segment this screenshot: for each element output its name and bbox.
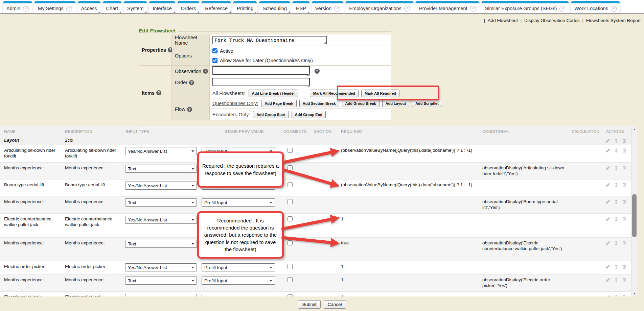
edit-pencil-icon[interactable]: [605, 199, 611, 205]
delete-trash-icon[interactable]: [622, 216, 627, 222]
move-updown-icon[interactable]: [614, 165, 619, 171]
move-updown-icon[interactable]: [614, 294, 619, 296]
comments-checkbox[interactable]: [288, 294, 293, 296]
help-icon[interactable]: ?: [156, 90, 161, 95]
delete-trash-icon[interactable]: [622, 277, 627, 283]
tab-access[interactable]: Access: [77, 1, 101, 14]
tab-provider-management[interactable]: Provider Management↗: [415, 1, 480, 14]
tab-hsp[interactable]: HSP: [292, 1, 310, 14]
scroll-down-arrow[interactable]: ▼: [631, 291, 637, 296]
help-icon[interactable]: ?: [203, 69, 208, 74]
tab-employer-organizations[interactable]: Employer Organizations↗: [345, 1, 414, 14]
comments-checkbox[interactable]: [288, 277, 293, 282]
stage-prev-value-select[interactable]: Prefill Input: [202, 277, 275, 285]
input-type-select[interactable]: Yes/No Answer List: [125, 147, 197, 155]
delete-trash-icon[interactable]: [622, 264, 627, 269]
comments-checkbox[interactable]: [288, 264, 293, 269]
resize-grip-icon[interactable]: [324, 41, 326, 44]
move-updown-icon[interactable]: [614, 148, 619, 153]
input-type-select[interactable]: Text: [125, 198, 197, 207]
stage-prev-value-select[interactable]: Prefill Input: [202, 198, 275, 207]
delete-trash-icon[interactable]: [622, 182, 627, 188]
tab-printing[interactable]: Printing: [233, 1, 257, 14]
help-icon[interactable]: ?: [187, 107, 192, 112]
tab-scheduling[interactable]: Scheduling: [259, 1, 291, 14]
move-updown-icon[interactable]: [614, 182, 619, 188]
table-scrollbar[interactable]: ▲ ▼: [631, 126, 637, 296]
move-updown-icon[interactable]: [614, 240, 619, 246]
input-type-select[interactable]: Text: [125, 277, 197, 285]
move-updown-icon[interactable]: [614, 277, 619, 283]
tab-version[interactable]: Version↗: [312, 1, 344, 14]
comments-checkbox[interactable]: [288, 182, 293, 187]
flowsheet-name-input[interactable]: [212, 36, 327, 44]
order-input[interactable]: [212, 78, 310, 86]
tab-reference[interactable]: Reference: [201, 1, 231, 14]
submit-button[interactable]: Submit: [298, 300, 320, 309]
tab-system[interactable]: System: [123, 1, 147, 14]
comments-checkbox[interactable]: [288, 216, 293, 221]
add-flowsheet-link[interactable]: Add Flowsheet: [488, 18, 518, 23]
edit-pencil-icon[interactable]: [605, 240, 611, 246]
move-updown-icon[interactable]: [614, 138, 619, 143]
input-type-select[interactable]: Yes/No Answer List: [125, 294, 197, 296]
flowsheets-system-report-link[interactable]: Flowsheets System Report: [586, 18, 641, 23]
resize-grip-icon[interactable]: [307, 85, 309, 87]
active-checkbox[interactable]: [212, 48, 217, 53]
edit-pencil-icon[interactable]: [605, 148, 611, 153]
comments-checkbox[interactable]: [288, 148, 293, 153]
edit-pencil-icon[interactable]: [605, 182, 611, 188]
input-type-select[interactable]: Yes/No Answer List: [125, 182, 197, 190]
comments-checkbox[interactable]: [288, 240, 293, 245]
mark-all-required-button[interactable]: Mark All Required: [361, 90, 399, 97]
add-section-break-button[interactable]: Add Section Break: [299, 100, 339, 107]
move-updown-icon[interactable]: [614, 216, 619, 222]
comments-checkbox[interactable]: [288, 199, 293, 204]
add-group-start-button[interactable]: Add Group Start: [253, 111, 289, 118]
edit-pencil-icon[interactable]: [605, 138, 611, 143]
input-type-select[interactable]: Yes/No Answer List: [125, 216, 197, 224]
tab-interface[interactable]: Interface: [149, 1, 175, 14]
delete-trash-icon[interactable]: [622, 148, 627, 153]
help-icon[interactable]: ?: [315, 69, 320, 74]
add-layout-button[interactable]: Add Layout: [382, 100, 410, 107]
edit-pencil-icon[interactable]: [605, 294, 611, 296]
help-icon[interactable]: ?: [189, 80, 194, 85]
input-type-select[interactable]: Yes/No Answer List: [125, 263, 197, 271]
tab-work-locations[interactable]: Work Locations↗: [571, 1, 620, 14]
move-updown-icon[interactable]: [614, 264, 619, 269]
delete-trash-icon[interactable]: [622, 240, 627, 246]
display-observation-codes-link[interactable]: Display Observation Codes: [524, 18, 580, 23]
delete-trash-icon[interactable]: [622, 294, 627, 296]
tab-orders[interactable]: Orders: [177, 1, 200, 14]
tab-chart[interactable]: Chart: [102, 1, 122, 14]
delete-trash-icon[interactable]: [622, 165, 627, 171]
allow-save-for-later-checkbox[interactable]: [212, 58, 217, 63]
scroll-up-arrow[interactable]: ▲: [631, 126, 637, 132]
add-group-end-button[interactable]: Add Group End: [292, 111, 326, 118]
comments-checkbox[interactable]: [288, 165, 293, 170]
add-line-break-header-button[interactable]: Add Line Break / Header: [249, 90, 298, 97]
add-scriptlet-button[interactable]: Add Scriptlet: [412, 100, 442, 107]
cancel-button[interactable]: Cancel: [324, 300, 346, 309]
observation-input[interactable]: [212, 66, 310, 75]
stage-prev-value-select[interactable]: Prefill Input: [202, 263, 275, 271]
input-type-select[interactable]: Text: [125, 165, 197, 173]
delete-trash-icon[interactable]: [622, 199, 627, 205]
tab-my-settings[interactable]: My Settings↗: [34, 1, 76, 14]
edit-pencil-icon[interactable]: [605, 165, 611, 171]
tab-similar-exposure-groups[interactable]: Similar Exposure Groups (SEGs)↗: [481, 1, 569, 14]
edit-pencil-icon[interactable]: [605, 216, 611, 222]
delete-trash-icon[interactable]: [622, 138, 627, 143]
scrollbar-thumb[interactable]: [632, 194, 637, 237]
stage-prev-value-select[interactable]: Prefill Input: [202, 294, 275, 296]
add-page-break-button[interactable]: Add Page Break: [261, 100, 296, 107]
input-type-select[interactable]: Text: [125, 240, 197, 248]
edit-pencil-icon[interactable]: [605, 264, 611, 269]
tab-admin[interactable]: Admin↗: [3, 1, 32, 14]
mark-all-recommended-button[interactable]: Mark All Recommended: [310, 90, 359, 97]
resize-grip-icon[interactable]: [307, 73, 309, 76]
move-updown-icon[interactable]: [614, 199, 619, 205]
add-group-break-button[interactable]: Add Group Break: [342, 100, 380, 107]
edit-pencil-icon[interactable]: [605, 277, 611, 283]
